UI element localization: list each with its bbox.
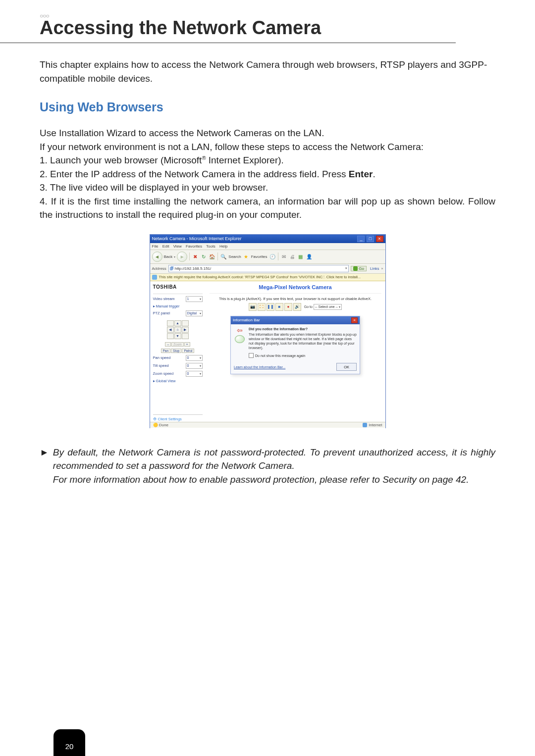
text: 2. Enter the IP address of the Network C… xyxy=(40,169,349,179)
zoom-out-button[interactable]: – xyxy=(165,342,171,347)
screenshot-figure: Network Camera - Microsoft Internet Expl… xyxy=(40,234,495,428)
global-view-label: Global View xyxy=(156,379,176,383)
manual-trigger-label: Manual trigger xyxy=(156,304,180,308)
minimize-button[interactable]: _ xyxy=(357,236,365,242)
instruction-block: Use Installation Wizard to access the Ne… xyxy=(40,126,495,222)
stop-button[interactable]: ✖ xyxy=(192,253,199,260)
tilt-speed-select[interactable]: 0 xyxy=(186,363,203,369)
text: Internet Explorer). xyxy=(206,155,283,165)
page-body: TOSHIBA Video stream 1 ▸ Manual trigger … xyxy=(150,281,385,430)
maximize-button[interactable]: □ xyxy=(367,236,374,242)
zoom-row: – Zoom + xyxy=(153,342,203,347)
status-done-text: Done xyxy=(159,423,168,427)
status-zone: Internet xyxy=(363,423,382,427)
links-label[interactable]: Links xyxy=(370,266,379,271)
brand-logo: TOSHIBA xyxy=(153,284,203,290)
address-value: http://192.168.5.151/ xyxy=(175,266,211,271)
menu-view[interactable]: View xyxy=(173,244,182,249)
window-title: Network Camera - Microsoft Internet Expl… xyxy=(152,236,242,241)
goto-select[interactable]: -- Select one -- xyxy=(314,304,342,310)
ptz-home-button[interactable]: ⌂ xyxy=(174,327,181,333)
main-panel: Mega-Pixel Network Camera This is a plug… xyxy=(206,281,385,430)
media-toolbar: 📷 ⛶ ❚❚ ■ ● 🔊 Go to -- Select one -- xyxy=(210,303,381,311)
dialog-body: ⇦ Did you notice the Information Bar? Th… xyxy=(231,324,360,362)
dont-show-label: Do not show this message again xyxy=(255,354,305,357)
ptz-panel-select[interactable]: Digital xyxy=(186,310,203,316)
record-button[interactable]: ● xyxy=(284,303,292,311)
dialog-footer: Learn about the Information Bar... OK xyxy=(231,362,360,374)
ptz-right-button[interactable]: ▶ xyxy=(182,327,189,333)
chevron-down-icon[interactable]: ▾ xyxy=(345,266,347,270)
chapter-intro: This chapter explains how to access the … xyxy=(40,58,495,85)
page-icon: 🗐 xyxy=(170,266,174,271)
activex-warning: This is a plug-in (ActiveX). If you see … xyxy=(210,297,381,301)
ok-button[interactable]: OK xyxy=(336,363,357,371)
zoom-in-button[interactable]: + xyxy=(184,342,190,347)
key-enter: Enter xyxy=(349,169,373,179)
stop-media-button[interactable]: ■ xyxy=(275,303,283,311)
ptz-pad: ▲ ◀⌂▶ ▼ xyxy=(167,320,189,339)
status-done: 🟡 Done xyxy=(153,423,168,427)
back-label: Back xyxy=(164,254,173,259)
activex-infobar[interactable]: This site might require the following Ac… xyxy=(150,274,385,281)
text: . xyxy=(373,169,375,179)
messenger-icon[interactable]: 👤 xyxy=(306,253,313,260)
menu-favorites[interactable]: Favorites xyxy=(186,244,202,249)
ptz-up-button[interactable]: ▲ xyxy=(174,320,181,326)
address-input[interactable]: 🗐 http://192.168.5.151/ ▾ xyxy=(168,265,349,272)
favorites-icon[interactable]: ★ xyxy=(243,253,250,260)
pan-button[interactable]: Pan xyxy=(161,349,171,353)
menu-file[interactable]: File xyxy=(152,244,159,249)
fullscreen-button[interactable]: ⛶ xyxy=(258,303,266,311)
search-icon[interactable]: 🔍 xyxy=(220,253,227,260)
refresh-button[interactable]: ↻ xyxy=(200,253,207,260)
ptz-down-button[interactable]: ▼ xyxy=(174,333,181,339)
manual-page: ○○○ Accessing the Network Camera This ch… xyxy=(0,0,535,756)
close-button[interactable]: × xyxy=(376,236,383,242)
video-stream-select[interactable]: 1 xyxy=(186,296,203,302)
menu-help[interactable]: Help xyxy=(219,244,227,249)
instruction-line: 3. The live video will be displayed in y… xyxy=(40,181,495,195)
video-stream-label: Video stream xyxy=(153,297,175,301)
mail-icon[interactable]: ✉ xyxy=(280,253,287,260)
home-button[interactable]: 🏠 xyxy=(209,253,215,260)
dialog-titlebar: Information Bar × xyxy=(231,316,360,324)
goto-label: Go to xyxy=(304,305,313,308)
patrol-button[interactable]: Patrol xyxy=(182,349,194,353)
forward-button[interactable]: ► xyxy=(177,252,187,262)
manual-trigger-link[interactable]: ▸ Manual trigger xyxy=(153,304,203,308)
go-button[interactable]: Go xyxy=(351,266,367,271)
client-settings-link[interactable]: ⚙Client Settings xyxy=(153,417,203,421)
browser-toolbar: ◄ Back ▾ ► ✖ ↻ 🏠 🔍 Search ★ Favorites 🕘 … xyxy=(150,250,385,264)
menu-edit[interactable]: Edit xyxy=(162,244,169,249)
gear-icon: ⚙ xyxy=(153,417,157,421)
search-label: Search xyxy=(228,254,241,259)
stop-button[interactable]: Stop xyxy=(171,349,181,353)
global-view-link[interactable]: ▸ Global View xyxy=(153,379,203,383)
zoom-speed-select[interactable]: 0 xyxy=(186,371,203,377)
audio-button[interactable]: 🔊 xyxy=(293,303,301,311)
excel-icon[interactable]: ▦ xyxy=(297,253,304,260)
dialog-checkbox-row: Do not show this message again xyxy=(249,353,357,358)
back-button[interactable]: ◄ xyxy=(152,252,162,262)
information-bar-dialog: Information Bar × ⇦ Did you notice the I… xyxy=(230,316,360,374)
learn-more-link[interactable]: Learn about the Information Bar... xyxy=(234,365,285,369)
dialog-title: Information Bar xyxy=(233,318,260,322)
instruction-line: If your network environment is not a LAN… xyxy=(40,140,495,154)
print-icon[interactable]: 🖨 xyxy=(289,253,296,260)
title-underline xyxy=(0,43,456,43)
instruction-line: 4. If it is the first time installing th… xyxy=(40,195,495,222)
arrow-icon: ⇦ xyxy=(237,327,243,334)
menu-tools[interactable]: Tools xyxy=(206,244,215,249)
menu-bar: File Edit View Favorites Tools Help xyxy=(150,243,385,250)
dont-show-checkbox[interactable] xyxy=(249,353,254,358)
ptz-left-button[interactable]: ◀ xyxy=(167,327,174,333)
infobar-text: This site might require the following Ac… xyxy=(159,275,361,279)
snapshot-button[interactable]: 📷 xyxy=(249,303,257,311)
text: 1. Launch your web browser (Microsoft xyxy=(40,155,202,165)
zoom-label: Zoom xyxy=(171,342,184,347)
pan-speed-select[interactable]: 0 xyxy=(186,355,203,361)
history-icon[interactable]: 🕘 xyxy=(269,253,276,260)
dialog-close-button[interactable]: × xyxy=(351,317,358,323)
pause-button[interactable]: ❚❚ xyxy=(267,303,274,311)
